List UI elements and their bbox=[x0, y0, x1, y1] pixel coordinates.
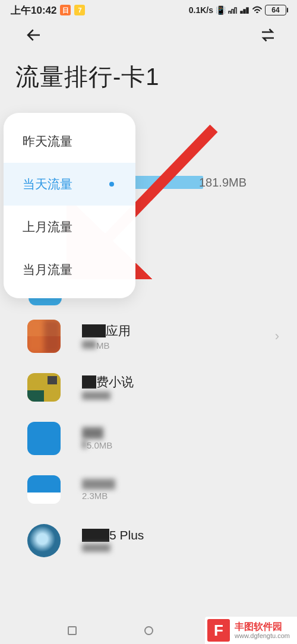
redacted-block bbox=[82, 529, 109, 542]
date-range-dropdown: 昨天流量 当天流量 上月流量 当月流量 bbox=[4, 113, 135, 298]
selected-dot-icon bbox=[109, 182, 114, 187]
dropdown-item-yesterday[interactable]: 昨天流量 bbox=[4, 120, 135, 163]
usage-bar bbox=[134, 176, 203, 189]
row-title: 5 Plus bbox=[82, 528, 279, 542]
app-icon bbox=[27, 524, 61, 557]
row-title bbox=[82, 479, 279, 490]
dropdown-item-last-month[interactable]: 上月流量 bbox=[4, 206, 135, 248]
back-button[interactable] bbox=[25, 26, 43, 46]
row-content: 2.3MB bbox=[82, 479, 279, 501]
dropdown-label: 当月流量 bbox=[23, 261, 72, 278]
list-row[interactable]: 5 Plus bbox=[0, 517, 297, 570]
redacted-block bbox=[82, 544, 110, 552]
home-button[interactable] bbox=[144, 626, 153, 635]
dropdown-label: 当天流量 bbox=[23, 176, 72, 192]
row-sub: 2.3MB bbox=[82, 491, 279, 501]
watermark: F 丰图软件园 www.dgfengtu.com bbox=[205, 617, 297, 644]
vibrate-icon: 📳 bbox=[216, 5, 226, 15]
page-title: 流量排行-卡1 bbox=[0, 52, 297, 97]
redacted-block bbox=[82, 375, 96, 389]
list-row[interactable]: 费小说 bbox=[0, 366, 297, 415]
app-icon bbox=[27, 373, 61, 402]
row-title: 应用 bbox=[82, 323, 275, 339]
status-bar: 上午10:42 日 7 0.1K/s 📳 64 bbox=[0, 0, 297, 20]
row-content: 5 Plus bbox=[82, 528, 279, 554]
status-right: 0.1K/s 📳 64 bbox=[189, 5, 286, 15]
signal-icon-1 bbox=[228, 6, 238, 14]
row-title bbox=[82, 427, 279, 439]
row-sub: 5.0MB bbox=[82, 440, 279, 450]
dropdown-label: 昨天流量 bbox=[23, 133, 72, 150]
list-row[interactable]: 2.3MB bbox=[0, 468, 297, 517]
list-row[interactable]: 5.0MB bbox=[0, 415, 297, 468]
dropdown-item-today[interactable]: 当天流量 bbox=[4, 163, 135, 206]
app-icon bbox=[27, 475, 61, 504]
list-row[interactable]: 应用 MB › bbox=[0, 312, 297, 366]
app-list: 应用 MB › 费小说 5.0MB bbox=[0, 291, 297, 570]
redacted-block bbox=[82, 392, 110, 400]
recents-button[interactable] bbox=[68, 626, 77, 635]
row-content: 应用 MB bbox=[82, 323, 275, 351]
status-time: 上午10:42 bbox=[11, 4, 56, 17]
row-sub bbox=[82, 544, 279, 554]
status-left: 上午10:42 日 7 bbox=[11, 4, 85, 17]
row-sub: MB bbox=[82, 340, 275, 351]
redacted-block bbox=[82, 340, 96, 349]
status-app-icon-1: 日 bbox=[60, 5, 71, 15]
redacted-block bbox=[82, 440, 87, 449]
dropdown-item-this-month[interactable]: 当月流量 bbox=[4, 248, 135, 291]
arrow-left-icon bbox=[25, 26, 43, 44]
row-sub bbox=[82, 392, 279, 402]
app-icon bbox=[27, 320, 61, 353]
swap-icon bbox=[259, 26, 277, 44]
redacted-block bbox=[82, 427, 103, 439]
wifi-icon bbox=[252, 6, 263, 14]
redacted-block bbox=[82, 324, 106, 337]
net-speed: 0.1K/s bbox=[189, 5, 213, 15]
dropdown-label: 上月流量 bbox=[23, 219, 72, 235]
row-content: 费小说 bbox=[82, 374, 279, 402]
watermark-logo: F bbox=[207, 619, 230, 642]
usage-value: 181.9MB bbox=[199, 176, 247, 190]
app-icon bbox=[27, 422, 61, 455]
watermark-text: 丰图软件园 www.dgfengtu.com bbox=[235, 621, 290, 639]
battery-icon: 64 bbox=[265, 5, 286, 15]
status-app-icon-2: 7 bbox=[74, 5, 85, 15]
chevron-right-icon: › bbox=[275, 329, 279, 344]
row-title: 费小说 bbox=[82, 374, 279, 390]
redacted-block bbox=[82, 479, 115, 490]
swap-button[interactable] bbox=[259, 26, 277, 46]
signal-icon-2 bbox=[240, 6, 249, 14]
row-content: 5.0MB bbox=[82, 427, 279, 450]
header bbox=[0, 20, 297, 52]
